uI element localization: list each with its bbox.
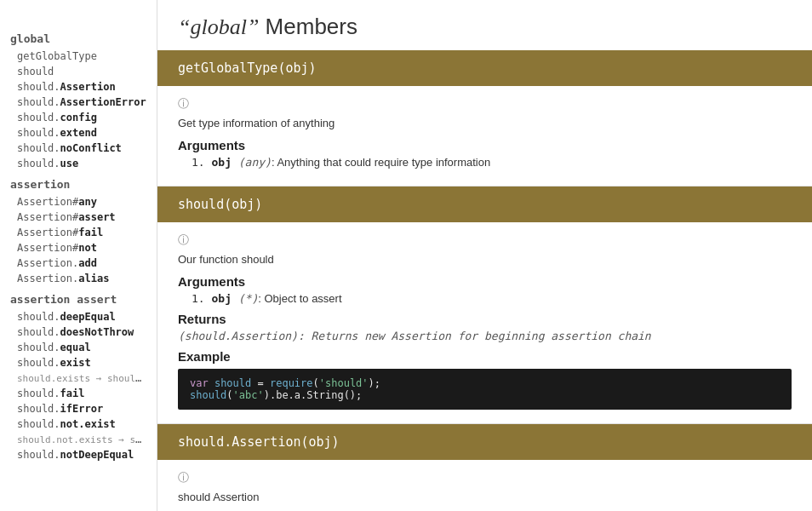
info-icon: ⓘ (178, 96, 792, 112)
member-header-getGlobalType: getGlobalType(obj) (157, 50, 812, 86)
sidebar-item-should.equal[interactable]: should.equal (0, 340, 157, 355)
member-body-getGlobalType: ⓘGet type information of anythingArgumen… (157, 86, 812, 187)
sidebar-content: globalgetGlobalTypeshouldshould.Assertio… (0, 26, 157, 462)
member-header-should.Assertion: should.Assertion(obj) (157, 424, 812, 460)
sidebar-item-Assertion#assert[interactable]: Assertion#assert (0, 210, 157, 225)
sidebar-item-should.ifError[interactable]: should.ifError (0, 401, 157, 416)
member-body-should.Assertion: ⓘshould AssertionArguments (157, 460, 812, 511)
sidebar-item-Assertion.alias[interactable]: Assertion.alias (0, 271, 157, 286)
page-title: “global” Members (157, 0, 812, 50)
member-should: should(obj)ⓘOur function shouldArguments… (157, 187, 812, 424)
section-label-returns: Returns (178, 312, 792, 326)
sidebar-item-should.config[interactable]: should.config (0, 110, 157, 125)
sidebar-item-Assertion#fail[interactable]: Assertion#fail (0, 225, 157, 240)
sidebar: globalgetGlobalTypeshouldshould.Assertio… (0, 0, 157, 511)
param: 1. obj (any): Anything that could requir… (178, 156, 792, 169)
sidebar-item-should.doesNotThrow[interactable]: should.doesNotThrow (0, 324, 157, 340)
page-title-suffix: Members (266, 14, 357, 39)
member-description: should Assertion (178, 491, 792, 503)
sidebar-item-Assertion#not[interactable]: Assertion#not (0, 240, 157, 256)
sidebar-item-getGlobalType[interactable]: getGlobalType (0, 49, 157, 64)
member-header-should: should(obj) (157, 187, 812, 222)
app-title (0, 9, 157, 26)
section-label-example: Example (178, 349, 792, 364)
sidebar-item-should.deepEqual[interactable]: should.deepEqual (0, 309, 157, 324)
member-getGlobalType: getGlobalType(obj)ⓘGet type information … (157, 50, 812, 187)
param-number: 1. (192, 156, 211, 169)
param-name: obj (211, 156, 231, 169)
param-desc: : Object to assert (258, 292, 341, 305)
info-icon: ⓘ (178, 233, 792, 248)
member-body-should: ⓘOur function shouldArguments1. obj (*):… (157, 222, 812, 424)
sidebar-item-should.not.exists_alias[interactable]: should.not.exists → should.not (0, 432, 157, 447)
sidebar-item-should.Assertion[interactable]: should.Assertion (0, 79, 157, 95)
sidebar-item-should.extend[interactable]: should.extend (0, 125, 157, 141)
sidebar-item-should.fail[interactable]: should.fail (0, 386, 157, 401)
param: 1. obj (*): Object to assert (178, 292, 792, 305)
section-label-arguments: Arguments (178, 274, 792, 289)
sidebar-item-should[interactable]: should (0, 64, 157, 79)
param-type: (any) (232, 156, 272, 169)
param-number: 1. (192, 292, 211, 305)
sidebar-item-should.exists_alias[interactable]: should.exists → should.exist (0, 370, 157, 386)
sidebar-item-should.AssertionError[interactable]: should.AssertionError (0, 95, 157, 110)
member-description: Get type information of anything (178, 117, 792, 129)
sidebar-item-Assertion#any[interactable]: Assertion#any (0, 194, 157, 210)
code-block: var should = require('should');should('a… (178, 369, 792, 410)
sidebar-item-should.not.exist[interactable]: should.not.exist (0, 416, 157, 432)
param-type: (*) (232, 292, 258, 305)
code-line-1: var should = require('should'); (190, 377, 780, 389)
sidebar-item-should.exist[interactable]: should.exist (0, 355, 157, 370)
sidebar-section-global: global (0, 26, 157, 49)
sidebar-item-Assertion.add[interactable]: Assertion.add (0, 256, 157, 271)
info-icon: ⓘ (178, 470, 792, 485)
page-title-prefix: “global” (178, 14, 259, 39)
sidebar-item-should.noConflict[interactable]: should.noConflict (0, 141, 157, 156)
member-description: Our function should (178, 253, 792, 266)
sidebar-section-assertion: assertion (0, 171, 157, 194)
sidebar-section-assertion_assert: assertion assert (0, 286, 157, 309)
param-name: obj (211, 292, 231, 305)
member-should.Assertion: should.Assertion(obj)ⓘshould AssertionAr… (157, 424, 812, 511)
main-content: “global” Members getGlobalType(obj)ⓘGet … (157, 0, 812, 511)
sidebar-item-should.notDeepEqual[interactable]: should.notDeepEqual (0, 447, 157, 462)
code-line-2: should('abc').be.a.String(); (190, 389, 780, 401)
member-returns: (should.Assertion): Returns new Assertio… (178, 330, 792, 342)
sidebar-item-should.use[interactable]: should.use (0, 156, 157, 171)
param-desc: : Anything that could require type infor… (272, 156, 490, 169)
section-label-arguments: Arguments (178, 138, 792, 152)
members-container: getGlobalType(obj)ⓘGet type information … (157, 50, 812, 511)
